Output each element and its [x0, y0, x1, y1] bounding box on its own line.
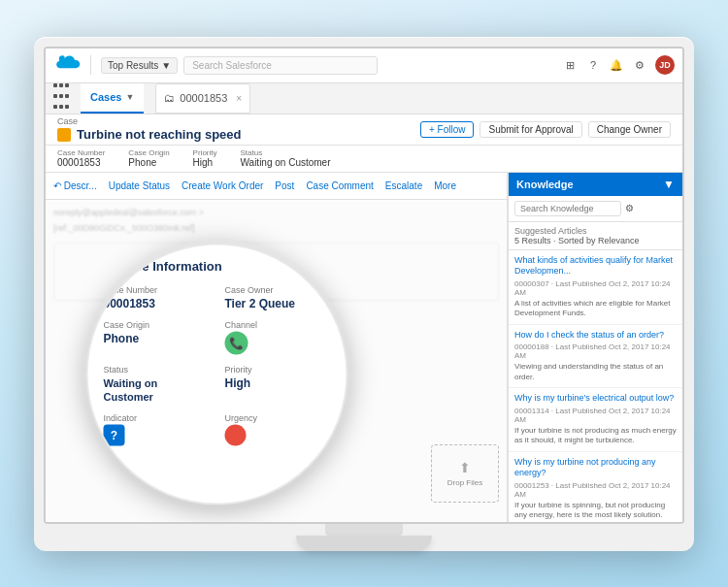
content-area: noreply@appledeal@salesforce.com > [ref:… [46, 200, 507, 522]
article-meta: 00001253 · Last Published Oct 2, 2017 10… [514, 481, 677, 499]
monitor-stand-base [296, 536, 432, 551]
main-content: ↶ Descr... Update Status Create Work Ord… [46, 173, 682, 522]
meta-priority: Priority High [193, 148, 217, 168]
monitor: Top Results ▼ Search Salesforce ⊞ ? 🔔 ⚙ … [34, 37, 694, 551]
knowledge-header: Knowledge ▼ [509, 173, 682, 196]
escalate-action[interactable]: Escalate [385, 180, 422, 191]
zoom-status-field: Status Waiting on Customer [104, 364, 210, 404]
knowledge-menu-icon[interactable]: ▼ [663, 178, 675, 191]
follow-button[interactable]: + Follow [420, 121, 475, 138]
zoom-case-origin-label: Case Origin [104, 319, 210, 329]
dropdown-arrow-icon: ▼ [161, 60, 171, 71]
list-item[interactable]: How do I check the status of an order? 0… [509, 325, 682, 388]
grid-icon[interactable]: ⊞ [562, 57, 578, 73]
knowledge-results-count: 5 Results · Sorted by Relevance [514, 236, 677, 245]
list-item[interactable]: What kinds of activities qualify for Mar… [509, 250, 682, 325]
list-item[interactable]: Why is my turbine not producing any ener… [509, 452, 682, 522]
divider [90, 55, 91, 75]
settings-icon[interactable]: ⚙ [632, 57, 647, 73]
create-work-order-action[interactable]: Create Work Order [182, 180, 263, 191]
top-results-label: Top Results [108, 60, 158, 71]
top-bar-icons: ⊞ ? 🔔 ⚙ JD [562, 55, 675, 75]
meta-status-label: Status [241, 148, 331, 157]
help-icon[interactable]: ? [585, 57, 601, 73]
zoom-channel-field: Channel 📞 [225, 319, 331, 354]
case-header: Case Turbine not reaching speed + Follow… [46, 114, 682, 146]
knowledge-search-input[interactable] [514, 201, 621, 216]
knowledge-search-bar: ⚙ [509, 196, 682, 222]
case-tab-close-icon[interactable]: × [236, 93, 242, 104]
post-action[interactable]: Post [275, 180, 294, 191]
zoom-content: ❯ Case Information Case Number 00001853 [88, 245, 347, 503]
zoom-overlay: ❯ Case Information Case Number 00001853 [86, 243, 348, 505]
knowledge-title: Knowledge [516, 179, 574, 190]
zoom-case-number-value: 00001853 [104, 296, 210, 310]
case-title-text: Turbine not reaching speed [77, 127, 242, 142]
bell-icon[interactable]: 🔔 [609, 57, 624, 73]
tab-bar: Cases ▼ 🗂 00001853 × [46, 83, 682, 114]
top-results-dropdown[interactable]: Top Results ▼ [101, 57, 178, 74]
submit-for-approval-button[interactable]: Submit for Approval [480, 121, 581, 138]
case-header-actions: + Follow Submit for Approval Change Owne… [420, 121, 671, 138]
zoom-priority-value: High [225, 375, 331, 389]
more-action[interactable]: More [434, 180, 456, 191]
zoom-fields: Case Number 00001853 Case Owner Tier 2 Q… [104, 284, 331, 446]
zoom-indicator-field: Indicator ? [104, 413, 210, 446]
upload-icon: ⬆ [459, 460, 471, 475]
article-meta: 00001314 · Last Published Oct 2, 2017 10… [514, 407, 677, 424]
article-desc: Viewing and understanding the status of … [514, 362, 677, 382]
search-placeholder: Search Salesforce [192, 60, 272, 71]
meta-case-number-label: Case Number [57, 148, 105, 157]
update-status-action[interactable]: Update Status [109, 180, 170, 191]
salesforce-ui: Top Results ▼ Search Salesforce ⊞ ? 🔔 ⚙ … [46, 49, 682, 522]
zoom-channel-label: Channel [225, 319, 331, 329]
zoom-case-owner-field: Case Owner Tier 2 Queue [225, 284, 331, 310]
zoom-priority-label: Priority [225, 364, 331, 374]
zoom-urgency-label: Urgency [225, 413, 331, 423]
search-box[interactable]: Search Salesforce [183, 56, 378, 75]
case-number-tab[interactable]: 🗂 00001853 × [155, 83, 250, 114]
article-desc: If your turbine is not producing as much… [514, 426, 677, 446]
article-title: What kinds of activities qualify for Mar… [514, 255, 677, 277]
article-desc: If your turbine is spinning, but not pro… [514, 501, 677, 521]
knowledge-filter-icon[interactable]: ⚙ [625, 203, 634, 213]
cases-tab[interactable]: Cases ▼ [81, 83, 144, 114]
article-desc: A list of activities which are eligible … [514, 299, 677, 319]
article-meta: 00000188 · Last Published Oct 2, 2017 10… [514, 342, 677, 360]
knowledge-panel: Knowledge ▼ ⚙ Suggested Articles 5 Resul… [508, 173, 682, 522]
urgency-dot [225, 425, 247, 446]
zoom-urgency-field: Urgency [225, 413, 331, 446]
zoom-case-owner-value: Tier 2 Queue [225, 296, 331, 310]
article-list: What kinds of activities qualify for Mar… [509, 250, 682, 522]
zoom-case-number-field: Case Number 00001853 [104, 284, 210, 310]
descr-action[interactable]: ↶ Descr... [53, 180, 97, 191]
salesforce-logo [53, 55, 81, 75]
case-meta-bar: Case Number 00001853 Case Origin Phone P… [46, 146, 682, 173]
zoom-case-origin-value: Phone [104, 331, 210, 344]
phone-channel-icon: 📞 [225, 331, 248, 354]
cases-tab-dropdown-icon: ▼ [125, 92, 134, 102]
change-owner-button[interactable]: Change Owner [588, 121, 671, 138]
meta-case-origin: Case Origin Phone [128, 148, 169, 168]
article-title: Why is my turbine not producing any ener… [514, 457, 677, 479]
article-meta: 00000307 · Last Published Oct 2, 2017 10… [514, 279, 677, 297]
avatar[interactable]: JD [655, 55, 675, 75]
zoom-status-label: Status [104, 364, 210, 374]
monitor-screen: Top Results ▼ Search Salesforce ⊞ ? 🔔 ⚙ … [44, 47, 684, 524]
zoom-case-origin-field: Case Origin Phone [104, 319, 210, 354]
meta-case-origin-label: Case Origin [128, 148, 169, 157]
list-item[interactable]: Why is my turbine's electrical output lo… [509, 388, 682, 451]
indicator-badge: ? [104, 425, 125, 446]
meta-priority-label: Priority [193, 148, 217, 157]
search-area: Top Results ▼ Search Salesforce [101, 56, 556, 75]
drop-files-label: Drop Files [447, 478, 482, 487]
app-menu-icon[interactable] [53, 83, 69, 114]
top-bar: Top Results ▼ Search Salesforce ⊞ ? 🔔 ⚙ … [46, 49, 682, 83]
zoom-case-owner-label: Case Owner [225, 284, 331, 294]
action-bar: ↶ Descr... Update Status Create Work Ord… [46, 173, 507, 200]
drop-files-area[interactable]: ⬆ Drop Files [431, 444, 499, 503]
cases-tab-label: Cases [90, 91, 121, 103]
case-comment-action[interactable]: Case Comment [306, 180, 373, 191]
suggested-articles-label: Suggested Articles [514, 226, 677, 236]
meta-case-number: Case Number 00001853 [57, 148, 105, 168]
